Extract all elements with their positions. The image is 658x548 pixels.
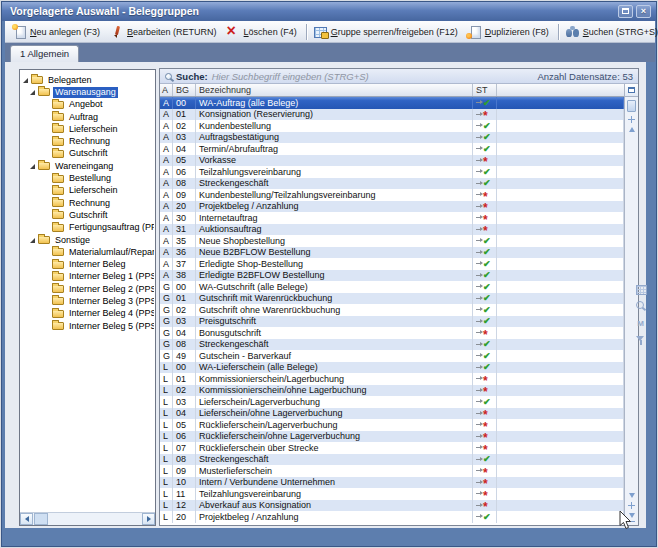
expander-icon[interactable]	[30, 238, 35, 243]
column-header-st[interactable]: ST	[473, 84, 497, 96]
table-row[interactable]: A30Internetauftrag*	[160, 212, 624, 224]
table-row[interactable]: A00WA-Auftrag (alle Belege)✔	[160, 97, 624, 109]
expander-icon[interactable]	[30, 90, 35, 95]
table-row[interactable]: G49Gutschein - Barverkauf✔	[160, 350, 624, 362]
table-row[interactable]: L04Lieferschein/ohne Lagerverbuchung*	[160, 408, 624, 420]
table-row[interactable]: A04Termin/Abrufauftrag✔	[160, 143, 624, 155]
scroll-plus-bottom-icon[interactable]	[628, 502, 635, 509]
scroll-down-icon[interactable]	[629, 493, 635, 498]
toolbar-button-l-schen-f4[interactable]: Löschen (F4)	[223, 24, 303, 40]
tree-item-belegarten[interactable]: Belegarten	[21, 74, 154, 86]
table-row[interactable]: L01Kommissionierschein/Lagerbuchung*	[160, 373, 624, 385]
scrollbar-thumb[interactable]	[627, 100, 636, 112]
table-row[interactable]: L06Rücklieferschein/ohne Lagerverbuchung…	[160, 431, 624, 443]
close-button[interactable]: ×	[636, 5, 651, 18]
scroll-plus-top-icon[interactable]	[628, 116, 635, 123]
tree-item-rechnung[interactable]: Rechnung	[21, 197, 154, 209]
tree-item-rechnung[interactable]: Rechnung	[21, 135, 154, 147]
column-header-bezeichnung[interactable]: Bezeichnung	[196, 84, 473, 96]
table-row[interactable]: L03Lieferschein/Lagerverbuchung✔	[160, 396, 624, 408]
tree-item-lieferschein[interactable]: Lieferschein	[21, 123, 154, 135]
table-row[interactable]: L07Rücklieferschein über Strecke*	[160, 442, 624, 454]
toolbar-button-bearbeiten-return[interactable]: Bearbeiten (RETURN)	[106, 24, 223, 40]
cell-filler	[497, 120, 624, 132]
column-chooser-button[interactable]	[625, 84, 638, 97]
table-row[interactable]: G02Gutschrift ohne Warenrückbuchung✔	[160, 304, 624, 316]
table-row[interactable]: L12Abverkauf aus Konsignation*	[160, 500, 624, 512]
tree-item-auftrag[interactable]: Auftrag	[21, 111, 154, 123]
tree-item-interner-beleg-5-pps[interactable]: Interner Beleg 5 (PPS)	[21, 320, 154, 332]
table-row[interactable]: A03Auftragsbestätigung✔	[160, 132, 624, 144]
filter-icon[interactable]	[635, 335, 646, 346]
cell-beleggruppe: 05	[173, 155, 196, 167]
toolbar-button-neu-anlegen-f3[interactable]: Neu anlegen (F3)	[9, 24, 106, 40]
column-header-a[interactable]: A	[160, 84, 173, 96]
restore-button[interactable]	[618, 5, 633, 18]
tree-item-interner-beleg[interactable]: Interner Beleg	[21, 258, 154, 270]
tree-item-interner-beleg-1-pps[interactable]: Interner Beleg 1 (PPS)	[21, 271, 154, 283]
table-row[interactable]: A37Erledigte Shop-Bestellung✔	[160, 258, 624, 270]
table-row[interactable]: L02Kommissionierschein/ohne Lagerbuchung…	[160, 385, 624, 397]
bookmark-icon[interactable]: M	[635, 318, 646, 329]
cell-status: *	[473, 224, 497, 236]
title-bar[interactable]: Vorgelagerte Auswahl - Beleggruppen ×	[2, 2, 656, 21]
column-header-bg[interactable]: BG	[173, 84, 196, 96]
toolbar-button-suchen-strg-s[interactable]: Suchen (STRG+S)	[562, 24, 658, 40]
tree-item-fertigungsauftrag-pps[interactable]: Fertigungsauftrag (PPS)	[21, 222, 154, 234]
table-row[interactable]: L11Teilzahlungsvereinbarung*	[160, 488, 624, 500]
tree: BelegartenWarenausgangAngebotAuftragLief…	[21, 74, 154, 511]
table-row[interactable]: G03Preisgutschrift✔	[160, 316, 624, 328]
zoom-icon[interactable]	[635, 301, 646, 312]
tree-item-gutschrift[interactable]: Gutschrift	[21, 209, 154, 221]
tree-item-materialumlauf-reparatur[interactable]: Materialumlauf/Reparatur	[21, 246, 154, 258]
horizontal-scrollbar-thumb[interactable]	[34, 513, 48, 525]
scroll-up-icon[interactable]	[629, 127, 635, 132]
table-row[interactable]: G08Streckengeschäft✔	[160, 339, 624, 351]
table-row[interactable]: A05Vorkasse*	[160, 155, 624, 167]
search-bar[interactable]: Suche: Hier Suchbegriff eingeben (STRG+S…	[160, 69, 638, 84]
table-row[interactable]: A01Konsignation (Reservierung)*	[160, 109, 624, 121]
tree-item-lieferschein[interactable]: Lieferschein	[21, 185, 154, 197]
tab-allgemein[interactable]: 1 Allgemein	[10, 45, 79, 62]
close-icon: ×	[641, 6, 646, 16]
table-row[interactable]: G04Bonusgutschrift*	[160, 327, 624, 339]
table-row[interactable]: L20Projektbeleg / Anzahlung✔	[160, 511, 624, 523]
table-row[interactable]: A38Erledigte B2BFLOW Bestellung✔	[160, 270, 624, 282]
table-row[interactable]: A31Auktionsauftrag*	[160, 224, 624, 236]
tree-item-angebot[interactable]: Angebot	[21, 99, 154, 111]
toolbar-button-duplizieren-f8[interactable]: Duplizieren (F8)	[464, 24, 555, 40]
scrollbar-track[interactable]	[48, 513, 142, 525]
table-row[interactable]: L10Intern / Verbundene Unternehmen*	[160, 477, 624, 489]
table-row[interactable]: A02Kundenbestellung✔	[160, 120, 624, 132]
table-row[interactable]: A06Teilzahlungsvereinbarung✔	[160, 166, 624, 178]
cell-belegart: A	[160, 143, 173, 155]
search-input[interactable]: Hier Suchbegriff eingeben (STRG+S)	[212, 71, 534, 82]
table-row[interactable]: A09Kundenbestellung/Teilzahlungsvereinba…	[160, 189, 624, 201]
table-row[interactable]: G00WA-Gutschrift (alle Belege)✔	[160, 281, 624, 293]
tree-item-bestellung[interactable]: Bestellung	[21, 172, 154, 184]
table-row[interactable]: L05Rücklieferschein/Lagerverbuchung*	[160, 419, 624, 431]
tree-item-sonstige[interactable]: Sonstige	[21, 234, 154, 246]
grid-view-icon[interactable]	[635, 284, 646, 295]
tree-item-interner-beleg-3-pps[interactable]: Interner Beleg 3 (PPS)	[21, 295, 154, 307]
table-row[interactable]: L00WA-Lieferschein (alle Belege)✔	[160, 362, 624, 374]
table-row[interactable]: L09Musterlieferschein*	[160, 465, 624, 477]
table-row[interactable]: G01Gutschrift mit Warenrückbuchung✔	[160, 293, 624, 305]
tree-item-interner-beleg-2-pps[interactable]: Interner Beleg 2 (PPS)	[21, 283, 154, 295]
scroll-left-button[interactable]	[20, 513, 33, 525]
tree-item-wareneingang[interactable]: Wareneingang	[21, 160, 154, 172]
table-row[interactable]: L08Streckengeschäft✔	[160, 454, 624, 466]
table-row[interactable]: A08Streckengeschäft✔	[160, 178, 624, 190]
expander-icon[interactable]	[30, 164, 35, 169]
scroll-right-button[interactable]	[142, 513, 155, 525]
tree-horizontal-scrollbar[interactable]	[20, 512, 155, 525]
tree-item-interner-beleg-4-pps[interactable]: Interner Beleg 4 (PPS)	[21, 308, 154, 320]
table-row[interactable]: A35Neue Shopbestellung✔	[160, 235, 624, 247]
status-blocked-icon: *	[483, 330, 488, 339]
table-row[interactable]: A36Neue B2BFLOW Bestellung✔	[160, 247, 624, 259]
expander-icon[interactable]	[23, 78, 28, 83]
tree-item-gutschrift[interactable]: Gutschrift	[21, 148, 154, 160]
table-row[interactable]: A20Projektbeleg / Anzahlung*	[160, 201, 624, 213]
toolbar-button-gruppe-sperren-freigeben-f12[interactable]: Gruppe sperren/freigeben (F12)	[310, 24, 464, 40]
tree-item-warenausgang[interactable]: Warenausgang	[21, 86, 154, 98]
